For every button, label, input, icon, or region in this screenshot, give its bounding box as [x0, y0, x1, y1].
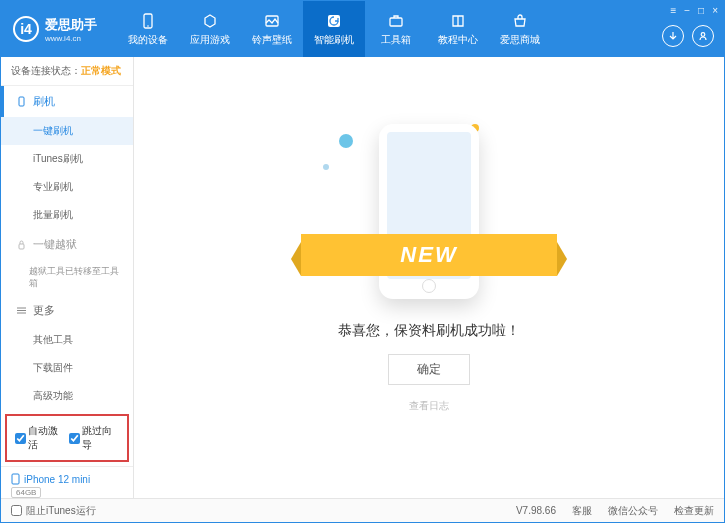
sidebar-section-jailbreak[interactable]: 一键越狱: [1, 229, 133, 260]
app-name: 爱思助手: [45, 16, 97, 34]
view-log-link[interactable]: 查看日志: [409, 399, 449, 413]
logo-icon: i4: [13, 16, 39, 42]
sidebar-item-itunes[interactable]: iTunes刷机: [1, 145, 133, 173]
phone-icon: [139, 12, 157, 30]
nav-smart-flash[interactable]: 智能刷机: [303, 1, 365, 57]
version-label: V7.98.66: [516, 505, 556, 516]
check-update-link[interactable]: 检查更新: [674, 504, 714, 518]
checkbox-skip-guide[interactable]: 跳过向导: [69, 424, 119, 452]
nav-store[interactable]: 爱思商城: [489, 1, 551, 57]
sidebar: 设备连接状态：正常模式 刷机 一键刷机 iTunes刷机 专业刷机 批量刷机 一…: [1, 57, 134, 499]
svg-point-1: [147, 25, 149, 27]
footer: 阻止iTunes运行 V7.98.66 客服 微信公众号 检查更新: [1, 498, 724, 522]
device-storage: 64GB: [11, 487, 41, 498]
app-url: www.i4.cn: [45, 34, 97, 43]
main-content: NEW 恭喜您，保资料刷机成功啦！ 确定 查看日志: [134, 57, 724, 499]
checkbox-auto-activate[interactable]: 自动激活: [15, 424, 65, 452]
svg-rect-4: [390, 18, 402, 26]
sidebar-item-oneclick[interactable]: 一键刷机: [1, 117, 133, 145]
sidebar-item-advanced[interactable]: 高级功能: [1, 382, 133, 410]
sidebar-item-download-fw[interactable]: 下载固件: [1, 354, 133, 382]
nav-tutorials[interactable]: 教程中心: [427, 1, 489, 57]
svg-point-5: [701, 33, 705, 37]
store-icon: [511, 12, 529, 30]
ok-button[interactable]: 确定: [388, 354, 470, 385]
support-link[interactable]: 客服: [572, 504, 592, 518]
svg-rect-7: [19, 244, 24, 249]
device-name: iPhone 12 mini: [11, 473, 123, 485]
download-button[interactable]: [662, 25, 684, 47]
checkbox-block-itunes[interactable]: 阻止iTunes运行: [11, 504, 96, 518]
book-icon: [449, 12, 467, 30]
svg-rect-6: [19, 97, 24, 106]
refresh-icon: [325, 12, 343, 30]
user-button[interactable]: [692, 25, 714, 47]
main-nav: 我的设备 应用游戏 铃声壁纸 智能刷机 工具箱 教程中心 爱思商城: [117, 1, 551, 57]
sidebar-item-pro[interactable]: 专业刷机: [1, 173, 133, 201]
jailbreak-note: 越狱工具已转移至工具箱: [1, 260, 133, 295]
success-message: 恭喜您，保资料刷机成功啦！: [338, 322, 520, 340]
nav-my-device[interactable]: 我的设备: [117, 1, 179, 57]
sidebar-section-flash[interactable]: 刷机: [1, 86, 133, 117]
connection-status: 设备连接状态：正常模式: [1, 57, 133, 86]
nav-toolbox[interactable]: 工具箱: [365, 1, 427, 57]
apps-icon: [201, 12, 219, 30]
nav-ringtones[interactable]: 铃声壁纸: [241, 1, 303, 57]
svg-rect-8: [12, 474, 19, 484]
wallpaper-icon: [263, 12, 281, 30]
new-banner: NEW: [301, 234, 557, 276]
wechat-link[interactable]: 微信公众号: [608, 504, 658, 518]
sidebar-item-other[interactable]: 其他工具: [1, 326, 133, 354]
toolbox-icon: [387, 12, 405, 30]
sidebar-item-batch[interactable]: 批量刷机: [1, 201, 133, 229]
logo-area: i4 爱思助手 www.i4.cn: [1, 16, 109, 43]
sidebar-section-more[interactable]: 更多: [1, 295, 133, 326]
success-illustration: NEW: [319, 114, 539, 304]
highlight-checkbox-area: 自动激活 跳过向导: [5, 414, 129, 462]
app-header: i4 爱思助手 www.i4.cn 我的设备 应用游戏 铃声壁纸 智能刷机 工具…: [1, 1, 724, 57]
nav-apps-games[interactable]: 应用游戏: [179, 1, 241, 57]
